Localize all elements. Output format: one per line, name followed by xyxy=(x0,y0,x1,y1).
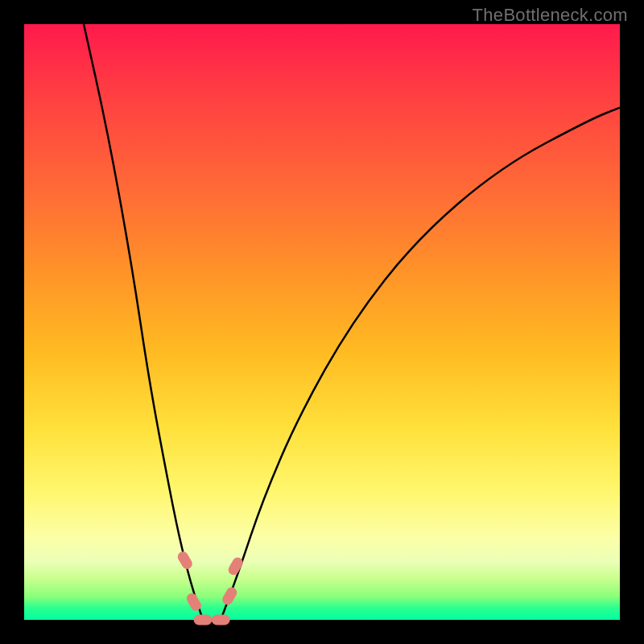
chart-frame: TheBottleneck.com xyxy=(0,0,644,644)
curve-layer xyxy=(24,24,620,620)
plot-area xyxy=(24,24,620,620)
svg-rect-0 xyxy=(176,550,193,570)
marker-right-lower xyxy=(221,586,238,606)
svg-rect-5 xyxy=(227,556,244,576)
marker-trough-right xyxy=(212,615,229,625)
svg-rect-2 xyxy=(194,615,212,625)
curve-right xyxy=(221,108,620,620)
watermark-text: TheBottleneck.com xyxy=(473,5,628,26)
curve-left xyxy=(84,24,203,620)
marker-group xyxy=(176,550,244,625)
svg-rect-4 xyxy=(221,586,238,606)
marker-trough-left xyxy=(194,615,212,625)
svg-rect-3 xyxy=(212,615,229,625)
marker-left-upper xyxy=(176,550,193,570)
marker-right-upper xyxy=(227,556,244,576)
